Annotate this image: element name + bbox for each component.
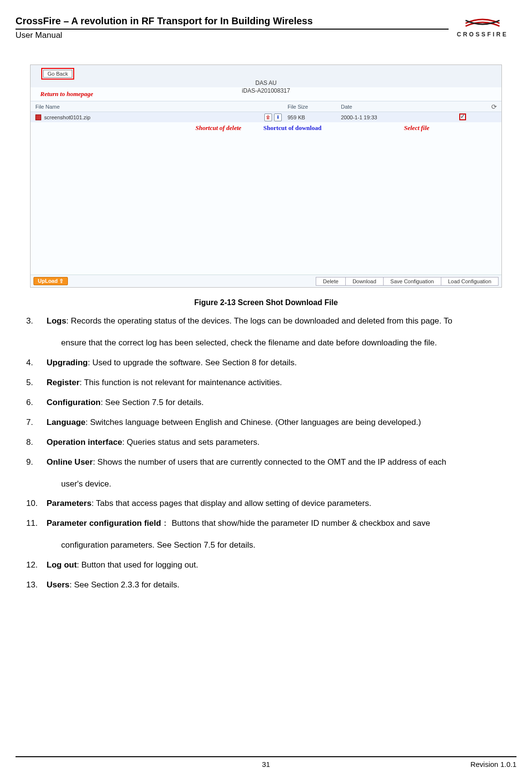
file-name-cell: screenshot0101.zip	[44, 114, 90, 120]
annotation-delete: Shortcut of delete	[195, 124, 242, 132]
goback-highlight: Go Back	[41, 68, 74, 80]
annotation-download: Shortcut of download	[263, 124, 322, 132]
save-config-button[interactable]: Save Configuation	[384, 277, 441, 286]
list-number: 5.	[24, 377, 47, 389]
list-term: Log out	[47, 560, 77, 569]
upload-button[interactable]: UpLoad ⇧	[33, 277, 68, 285]
table-header: File Name File Size Date ⟳	[31, 101, 501, 112]
list-term: Register	[47, 378, 80, 387]
list-term: Parameter configuration field	[47, 519, 161, 528]
list-item: 13.Users: See Section 2.3.3 for details.	[24, 580, 508, 591]
figure-caption: Figure 2-13 Screen Shot Download File	[30, 298, 502, 307]
list-term: Upgrading	[47, 358, 88, 367]
list-number: 4.	[24, 358, 47, 369]
device-id: iDAS-A201008317	[31, 87, 501, 94]
page-header: CrossFire – A revolution in RF Transport…	[16, 16, 516, 40]
list-body: Logs: Records the operating status of th…	[47, 316, 508, 349]
list-term: Configuration	[47, 398, 100, 407]
list-term: Users	[47, 580, 69, 589]
list-item: 12.Log out: Button that used for logging…	[24, 560, 508, 571]
list-body: Online User: Shows the number of users t…	[47, 457, 508, 490]
download-button[interactable]: Download	[346, 277, 384, 286]
list-term: Online User	[47, 457, 93, 467]
refresh-icon[interactable]: ⟳	[491, 103, 497, 111]
page-number: 31	[16, 760, 516, 768]
brand-logo: CROSSFIRE	[449, 16, 516, 38]
list-item: 7.Language: Switches language between En…	[24, 417, 508, 428]
list-continuation: ensure that the correct log has been sel…	[47, 338, 508, 349]
list-term: Parameters	[47, 499, 92, 508]
list-body: Parameters: Tabs that access pages that …	[47, 498, 508, 509]
list-body: Users: See Section 2.3.3 for details.	[47, 580, 508, 591]
list-number: 6.	[24, 397, 47, 408]
col-filesize: File Size	[288, 104, 341, 110]
select-checkbox[interactable]	[459, 114, 466, 120]
feature-list: 3.Logs: Records the operating status of …	[24, 316, 508, 591]
list-item: 8.Operation interface: Queries status an…	[24, 437, 508, 448]
col-date: Date	[341, 104, 438, 110]
list-item: 10.Parameters: Tabs that access pages th…	[24, 498, 508, 509]
list-item: 4.Upgrading: Used to upgrade the softwar…	[24, 358, 508, 369]
list-continuation: user's device.	[47, 479, 508, 490]
list-body: Upgrading: Used to upgrade the software.…	[47, 358, 508, 369]
list-number: 13.	[24, 580, 47, 591]
list-number: 3.	[24, 316, 47, 349]
screenshot-figure: Go Back DAS AU iDAS-A201008317 Return to…	[30, 65, 502, 288]
table-row[interactable]: screenshot0101.zip 🗑 ⬇ 959 KB 2000-1-1 1…	[31, 112, 501, 122]
list-item: 6.Configuration: See Section 7.5 for det…	[24, 397, 508, 408]
list-continuation: configuration parameters. See Section 7.…	[47, 540, 508, 551]
list-item: 5.Register: This function is not relevan…	[24, 377, 508, 389]
download-icon[interactable]: ⬇	[274, 114, 282, 121]
list-number: 12.	[24, 560, 47, 571]
list-body: Language: Switches language between Engl…	[47, 417, 508, 428]
doc-title: CrossFire – A revolution in RF Transport…	[16, 16, 449, 27]
annotation-return-home: Return to homepage	[40, 90, 93, 98]
list-term: Language	[47, 418, 85, 427]
brand-text: CROSSFIRE	[449, 31, 516, 38]
list-number: 10.	[24, 498, 47, 509]
list-number: 7.	[24, 417, 47, 428]
list-body: Parameter configuration field： Buttons t…	[47, 518, 508, 551]
file-size-cell: 959 KB	[288, 114, 341, 120]
col-filename: File Name	[31, 104, 258, 110]
zip-file-icon	[35, 114, 41, 120]
list-number: 9.	[24, 457, 47, 490]
delete-button[interactable]: Delete	[316, 277, 346, 286]
crossfire-logo-icon	[463, 16, 502, 30]
doc-subtitle: User Manual	[16, 31, 449, 40]
list-body: Log out: Button that used for logging ou…	[47, 560, 508, 571]
go-back-button[interactable]: Go Back	[43, 70, 72, 78]
list-number: 11.	[24, 518, 47, 551]
delete-icon[interactable]: 🗑	[264, 114, 272, 121]
list-body: Operation interface: Queries status and …	[47, 437, 508, 448]
file-date-cell: 2000-1-1 19:33	[341, 114, 438, 120]
list-body: Register: This function is not relevant …	[47, 377, 508, 389]
load-config-button[interactable]: Load Configuation	[441, 277, 499, 286]
list-term: Logs	[47, 316, 66, 325]
list-item: 9.Online User: Shows the number of users…	[24, 457, 508, 490]
list-body: Configuration: See Section 7.5 for detai…	[47, 397, 508, 408]
list-number: 8.	[24, 437, 47, 448]
list-item: 3.Logs: Records the operating status of …	[24, 316, 508, 349]
annotation-select: Select file	[404, 124, 429, 132]
list-item: 11.Parameter configuration field： Button…	[24, 518, 508, 551]
list-term: Operation interface	[47, 438, 122, 447]
page-footer: 31 Revision 1.0.1	[16, 756, 516, 768]
device-name: DAS AU	[31, 80, 501, 86]
